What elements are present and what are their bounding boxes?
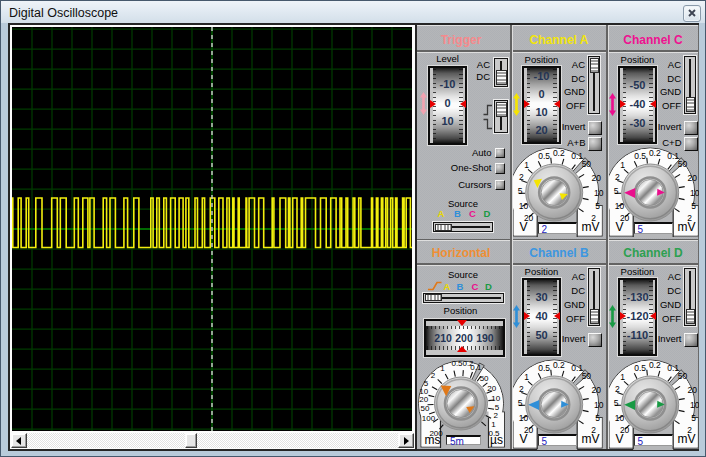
svg-text:0.5: 0.5: [538, 363, 550, 373]
svg-text:0.2: 0.2: [649, 360, 661, 370]
svg-text:50: 50: [677, 158, 687, 168]
svg-text:5: 5: [691, 201, 696, 211]
svg-text:50: 50: [677, 371, 687, 381]
svg-text:5: 5: [691, 413, 696, 423]
svg-text:10: 10: [690, 400, 699, 410]
svg-text:0.1: 0.1: [470, 363, 482, 372]
svg-text:0.5: 0.5: [634, 151, 646, 161]
svg-text:20: 20: [591, 385, 601, 395]
svg-text:0.2: 0.2: [649, 148, 661, 158]
svg-text:1: 1: [440, 364, 445, 373]
svg-text:5: 5: [614, 186, 619, 196]
svg-text:20: 20: [687, 385, 697, 395]
svg-text:2: 2: [493, 411, 498, 420]
svg-text:5: 5: [518, 398, 523, 408]
svg-text:0.5: 0.5: [451, 359, 463, 368]
svg-text:20: 20: [487, 384, 496, 393]
svg-text:1: 1: [620, 372, 625, 382]
svg-text:1: 1: [524, 160, 529, 170]
svg-text:1: 1: [620, 160, 625, 170]
svg-text:10: 10: [690, 187, 699, 197]
svg-text:50: 50: [420, 404, 429, 413]
svg-text:10: 10: [594, 187, 604, 197]
svg-text:10: 10: [594, 400, 604, 410]
svg-text:0.2: 0.2: [553, 360, 565, 370]
svg-text:5: 5: [518, 186, 523, 196]
svg-text:100: 100: [421, 413, 435, 422]
svg-text:10: 10: [419, 387, 428, 396]
svg-text:5: 5: [595, 201, 600, 211]
svg-text:1: 1: [524, 372, 529, 382]
svg-text:2: 2: [430, 370, 435, 379]
svg-text:20: 20: [687, 173, 697, 183]
svg-text:20: 20: [591, 173, 601, 183]
svg-text:50: 50: [479, 373, 488, 382]
svg-text:50: 50: [581, 158, 591, 168]
svg-text:2: 2: [615, 172, 620, 182]
svg-text:5: 5: [595, 413, 600, 423]
svg-text:10: 10: [491, 393, 500, 402]
svg-text:5: 5: [423, 379, 428, 388]
svg-text:5: 5: [494, 402, 499, 411]
svg-text:2: 2: [519, 384, 524, 394]
svg-text:2: 2: [519, 172, 524, 182]
svg-text:1: 1: [491, 420, 496, 429]
svg-text:50: 50: [581, 371, 591, 381]
svg-text:0.5: 0.5: [538, 151, 550, 161]
svg-text:2: 2: [615, 384, 620, 394]
svg-text:0.5: 0.5: [634, 363, 646, 373]
svg-text:0.2: 0.2: [553, 148, 565, 158]
svg-text:5: 5: [614, 398, 619, 408]
